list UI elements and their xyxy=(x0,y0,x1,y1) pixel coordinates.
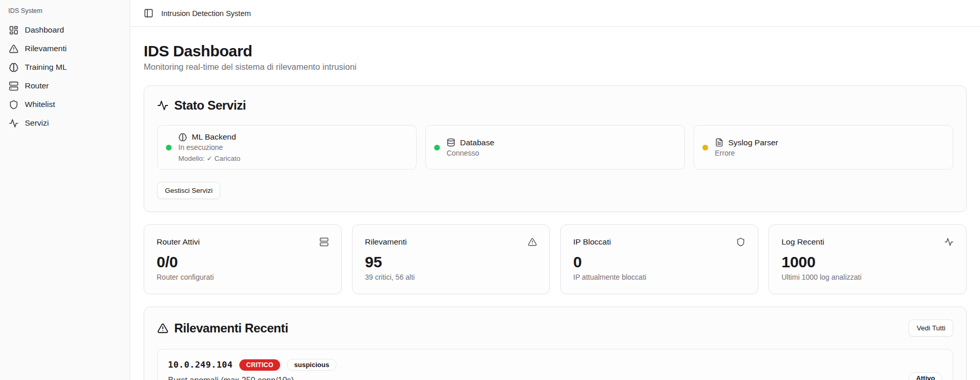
dashboard-icon xyxy=(9,25,19,35)
stat-title: Router Attivi xyxy=(157,237,200,247)
tag-badge: suspicious xyxy=(287,359,336,371)
stat-card-log-recenti: Log Recenti 1000 Ultimi 1000 log analizz… xyxy=(769,224,967,294)
service-card-syslog-parser: Syslog Parser Errore xyxy=(694,125,953,170)
sidebar-app-title: IDS System xyxy=(7,6,122,21)
page-content: IDS Dashboard Monitoring real-time del s… xyxy=(130,27,980,380)
detection-row[interactable]: 10.0.249.104 CRITICO suspicious Burst an… xyxy=(157,349,953,380)
view-all-button[interactable]: Vedi Tutti xyxy=(909,320,953,337)
stat-value: 0/0 xyxy=(157,253,329,271)
service-name: Syslog Parser xyxy=(728,138,778,147)
service-status: Connesso xyxy=(447,149,494,157)
stat-subtitle: IP attualmente bloccati xyxy=(573,273,745,281)
sidebar-item-router[interactable]: Router xyxy=(7,77,122,95)
services-panel: Stato Servizi ML Backend In esecuzione M… xyxy=(144,85,967,212)
sidebar-item-whitelist[interactable]: Whitelist xyxy=(7,95,122,114)
services-grid: ML Backend In esecuzione Modello: ✓ Cari… xyxy=(157,125,953,170)
detection-info: 10.0.249.104 CRITICO suspicious Burst an… xyxy=(168,359,336,380)
state-badge: Attivo xyxy=(909,372,942,380)
main-area: Intrusion Detection System IDS Dashboard… xyxy=(130,0,980,380)
service-detail: Modello: ✓ Caricato xyxy=(178,154,240,162)
stat-value: 95 xyxy=(365,253,537,271)
severity-badge: CRITICO xyxy=(239,359,280,371)
stat-value: 1000 xyxy=(782,253,954,271)
stat-title: IP Bloccati xyxy=(573,237,611,247)
shield-icon xyxy=(9,100,19,110)
services-panel-title: Stato Servizi xyxy=(174,98,246,113)
service-card-ml-backend: ML Backend In esecuzione Modello: ✓ Cari… xyxy=(157,125,417,170)
sidebar-item-label: Dashboard xyxy=(25,25,64,35)
page-title: IDS Dashboard xyxy=(144,42,967,60)
shield-icon xyxy=(736,237,745,247)
stat-value: 0 xyxy=(573,253,745,271)
server-icon xyxy=(9,81,19,91)
sidebar-item-training-ml[interactable]: Training ML xyxy=(7,58,122,77)
sidebar-item-rilevamenti[interactable]: Rilevamenti xyxy=(7,39,122,58)
activity-icon xyxy=(157,100,169,111)
stat-title: Log Recenti xyxy=(782,237,824,247)
recent-detections-title: Rilevamenti Recenti xyxy=(174,321,288,336)
stat-subtitle: 39 critici, 56 alti xyxy=(365,273,537,281)
activity-icon xyxy=(944,237,954,247)
sidebar-item-label: Training ML xyxy=(25,63,67,72)
detection-description: Burst anomali (max 250 conn/10s) xyxy=(168,376,336,380)
alert-triangle-icon xyxy=(528,237,537,247)
page-subtitle: Monitoring real-time del sistema di rile… xyxy=(144,62,967,72)
alert-triangle-icon xyxy=(9,44,19,54)
stat-card-router-attivi: Router Attivi 0/0 Router configurati xyxy=(144,224,342,294)
stat-title: Rilevamenti xyxy=(365,237,407,247)
sidebar-item-servizi[interactable]: Servizi xyxy=(7,114,122,132)
sidebar: IDS System Dashboard Rilevamenti Trainin… xyxy=(0,0,130,380)
recent-detections-panel: Rilevamenti Recenti Vedi Tutti 10.0.249.… xyxy=(144,307,967,380)
service-name: Database xyxy=(460,138,494,147)
file-text-icon xyxy=(715,138,724,147)
sidebar-item-label: Servizi xyxy=(25,118,49,128)
server-icon xyxy=(319,237,329,247)
brain-icon xyxy=(178,133,187,142)
sidebar-item-label: Rilevamenti xyxy=(25,44,67,53)
service-name: ML Backend xyxy=(192,132,236,142)
sidebar-toggle-icon[interactable] xyxy=(144,8,154,18)
top-header: Intrusion Detection System xyxy=(130,0,980,27)
stat-card-rilevamenti: Rilevamenti 95 39 critici, 56 alti xyxy=(352,224,550,294)
stat-subtitle: Ultimi 1000 log analizzati xyxy=(782,273,954,281)
app-title: Intrusion Detection System xyxy=(161,9,251,18)
activity-icon xyxy=(9,118,19,128)
stat-card-ip-bloccati: IP Bloccati 0 IP attualmente bloccati xyxy=(560,224,758,294)
service-card-database: Database Connesso xyxy=(425,125,685,170)
service-status: Errore xyxy=(715,149,778,157)
service-status: In esecuzione xyxy=(178,143,240,151)
sidebar-item-label: Whitelist xyxy=(25,100,55,109)
status-dot xyxy=(702,145,708,150)
alert-triangle-icon xyxy=(157,323,169,334)
detection-ip: 10.0.249.104 xyxy=(168,360,233,370)
sidebar-item-dashboard[interactable]: Dashboard xyxy=(7,21,122,39)
manage-services-button[interactable]: Gestisci Servizi xyxy=(157,182,220,199)
services-panel-header: Stato Servizi xyxy=(157,98,953,113)
database-icon xyxy=(447,138,455,147)
brain-icon xyxy=(9,63,19,72)
sidebar-item-label: Router xyxy=(25,81,49,90)
status-dot xyxy=(166,145,172,150)
status-dot xyxy=(434,145,440,150)
stats-grid: Router Attivi 0/0 Router configurati Ril… xyxy=(144,224,967,294)
stat-subtitle: Router configurati xyxy=(157,273,329,281)
recent-detections-header: Rilevamenti Recenti xyxy=(157,321,288,336)
